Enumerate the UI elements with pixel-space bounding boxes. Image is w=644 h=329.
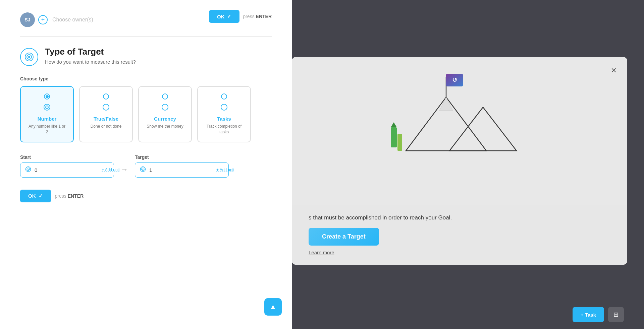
svg-point-14 <box>103 104 109 110</box>
press-enter-hint-bottom: press ENTER <box>55 193 84 199</box>
target-target-icon <box>140 166 146 174</box>
true-false-card-desc: Done or not done <box>91 124 122 129</box>
press-enter-hint-top: press ENTER <box>243 14 272 19</box>
scroll-up-button[interactable]: ▲ <box>264 298 282 316</box>
close-button[interactable]: × <box>607 64 621 77</box>
svg-text:↺: ↺ <box>452 77 457 83</box>
type-card-currency[interactable]: Currency Show me the money <box>138 86 192 142</box>
number-icon <box>43 104 51 113</box>
radio-tasks <box>221 93 227 100</box>
svg-point-13 <box>46 106 48 109</box>
currency-card-desc: Show me the money <box>147 124 183 129</box>
svg-rect-8 <box>397 134 402 151</box>
input-row: Start + Add unit → Target <box>20 154 272 178</box>
target-icon <box>20 48 38 66</box>
start-input-group: Start + Add unit <box>20 154 114 178</box>
ok-button-top[interactable]: OK ✓ <box>209 10 240 23</box>
svg-rect-6 <box>391 127 397 147</box>
ok-bar-bottom: OK ✓ press ENTER <box>20 190 272 202</box>
svg-point-16 <box>221 104 227 110</box>
target-add-unit-button[interactable]: + Add unit <box>216 168 234 172</box>
start-add-unit-button[interactable]: + Add unit <box>102 168 120 172</box>
svg-marker-1 <box>449 107 517 151</box>
type-card-true-false[interactable]: True/False Done or not done <box>79 86 133 142</box>
right-bottom-panel: s that must be accomplished in order to … <box>292 205 627 265</box>
currency-card-name: Currency <box>154 116 176 122</box>
start-target-icon <box>25 166 31 174</box>
target-input-group: Target + Add unit <box>135 154 229 178</box>
target-label: Target <box>135 154 229 160</box>
radio-number <box>44 93 50 100</box>
type-card-tasks[interactable]: Tasks Track completion of tasks <box>197 86 251 142</box>
start-input-wrapper: + Add unit <box>20 162 114 178</box>
ok-bar-top: OK ✓ press ENTER <box>209 10 272 29</box>
svg-point-19 <box>28 169 29 170</box>
type-card-number[interactable]: Number Any number like 1 or 2 <box>20 86 74 142</box>
svg-marker-7 <box>391 122 397 127</box>
tasks-card-name: Tasks <box>217 116 231 122</box>
radio-currency <box>162 93 168 100</box>
learn-more-link[interactable]: Learn more <box>309 250 610 255</box>
owner-placeholder: Choose owner(s) <box>52 17 93 23</box>
add-owner-button[interactable]: + <box>38 15 48 24</box>
right-description-text: s that must be accomplished in order to … <box>309 214 610 221</box>
bullseye-icon <box>24 52 34 62</box>
section-title: Type of Target <box>45 47 136 57</box>
svg-point-15 <box>162 104 168 110</box>
target-input[interactable] <box>149 167 213 173</box>
true-false-icon <box>102 104 110 113</box>
avatar: SJ <box>20 12 35 27</box>
ok-button-bottom[interactable]: OK ✓ <box>20 190 51 202</box>
bottom-right-buttons: + Task ⊞ <box>573 307 624 322</box>
form-panel: SJ + Choose owner(s) OK ✓ press ENTER <box>0 0 292 329</box>
arrow-icon: → <box>121 165 128 174</box>
tasks-card-desc: Track completion of tasks <box>204 124 244 135</box>
number-card-name: Number <box>38 116 57 122</box>
add-task-button[interactable]: + Task <box>573 307 604 322</box>
radio-true-false <box>103 93 109 100</box>
right-info-card: × ↺ s that <box>292 57 627 265</box>
section-subtitle: How do you want to measure this result? <box>45 59 136 65</box>
true-false-card-name: True/False <box>94 116 118 122</box>
illustration-area: ↺ s that must be accomplished in order t… <box>292 57 627 265</box>
number-card-desc: Any number like 1 or 2 <box>27 124 67 135</box>
start-input[interactable] <box>35 167 98 173</box>
type-cards-container: Number Any number like 1 or 2 True/False… <box>20 86 272 142</box>
mountain-illustration: ↺ <box>372 57 547 164</box>
create-target-button[interactable]: Create a Target <box>309 228 379 246</box>
currency-icon <box>161 104 169 113</box>
owner-section: SJ + Choose owner(s) OK ✓ press ENTER <box>20 0 272 37</box>
target-input-wrapper: + Add unit <box>135 162 229 178</box>
type-of-target-section: Type of Target How do you want to measur… <box>20 47 272 202</box>
svg-point-12 <box>44 104 50 110</box>
choose-type-label: Choose type <box>20 76 272 81</box>
svg-point-11 <box>28 56 30 58</box>
section-header: Type of Target How do you want to measur… <box>20 47 272 66</box>
svg-point-22 <box>143 169 144 170</box>
start-label: Start <box>20 154 114 160</box>
tasks-icon <box>220 104 228 113</box>
grid-view-button[interactable]: ⊞ <box>608 307 624 322</box>
